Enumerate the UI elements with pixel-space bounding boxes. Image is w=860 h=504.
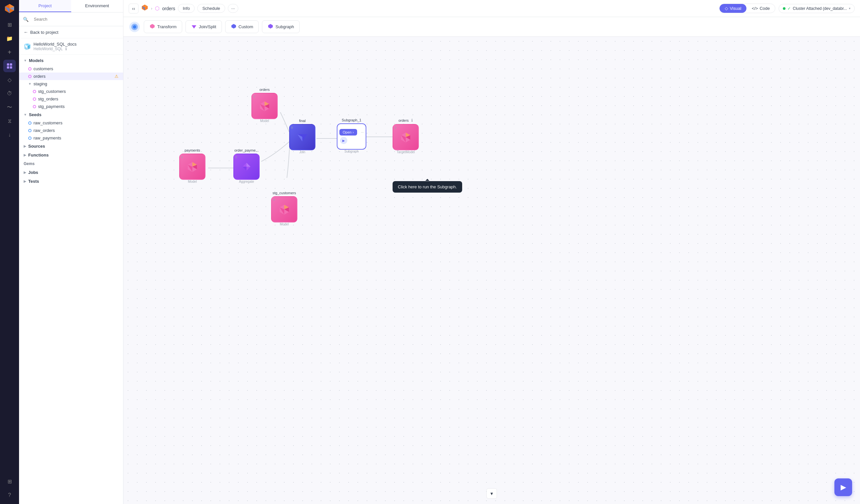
payments-node-box[interactable]: 0 bbox=[179, 154, 205, 180]
search-input[interactable] bbox=[30, 15, 119, 23]
orders-top-node-box[interactable]: 0 bbox=[252, 93, 278, 119]
payments-node-title: payments bbox=[185, 148, 200, 152]
orders-info-icon[interactable]: ℹ bbox=[411, 118, 413, 123]
breadcrumb-orders-label: orders bbox=[162, 6, 175, 11]
sidebar-grid-icon[interactable]: ⊞ bbox=[3, 475, 16, 488]
cluster-badge[interactable]: ✓ Cluster Attached (dev_databr... ▾ bbox=[778, 4, 855, 13]
tree-item-raw-payments[interactable]: raw_payments bbox=[19, 134, 123, 142]
subgraph-label: Subgraph bbox=[275, 24, 294, 29]
subgraph-open-button[interactable]: Open › bbox=[340, 129, 357, 135]
orders-target-badge: 0 bbox=[395, 126, 396, 129]
jobs-section-header[interactable]: ▶ Jobs bbox=[19, 168, 123, 177]
stg-customers-label: stg_customers bbox=[38, 89, 66, 94]
orders-label: orders bbox=[33, 74, 46, 79]
svg-rect-5 bbox=[10, 63, 12, 66]
transform-button[interactable]: Transform bbox=[144, 20, 182, 33]
subgraph1-node-box[interactable]: Open › ··· ▶ bbox=[337, 124, 366, 149]
raw-customers-label: raw_customers bbox=[33, 120, 62, 125]
view-toggle: ◇ Visual </> Code bbox=[719, 4, 775, 13]
visual-view-button[interactable]: ◇ Visual bbox=[719, 4, 746, 13]
seeds-section-header[interactable]: ▼ Seeds bbox=[19, 110, 123, 119]
transform-label: Transform bbox=[157, 24, 176, 29]
sources-label: Sources bbox=[28, 144, 45, 149]
svg-marker-14 bbox=[150, 24, 155, 29]
functions-label: Functions bbox=[28, 153, 48, 158]
back-to-project[interactable]: ← Back to project bbox=[19, 26, 123, 39]
visual-label: Visual bbox=[730, 6, 741, 11]
sources-section-header[interactable]: ▶ Sources bbox=[19, 142, 123, 150]
custom-label: Custom bbox=[239, 24, 254, 29]
seed-dot-icon bbox=[28, 136, 31, 140]
subgraph1-node[interactable]: Subgraph_1 Open › ··· ▶ Subgraph bbox=[337, 118, 366, 153]
run-icon: ▶ bbox=[841, 483, 846, 491]
info-circle-icon[interactable]: ℹ bbox=[65, 47, 67, 51]
custom-icon bbox=[231, 23, 236, 30]
sidebar-clock-icon[interactable]: ⏱ bbox=[3, 87, 16, 100]
info-button[interactable]: Info bbox=[178, 4, 195, 13]
final-node-box[interactable]: 0 bbox=[289, 124, 315, 150]
functions-chevron-icon: ▶ bbox=[24, 153, 26, 157]
sidebar-flow-icon[interactable]: ⧖ bbox=[3, 115, 16, 127]
models-section-header[interactable]: ▼ Models bbox=[19, 56, 123, 65]
cluster-status-icon bbox=[783, 7, 786, 10]
nav-back-button[interactable]: ‹‹ bbox=[129, 4, 139, 13]
orders-target-node[interactable]: orders ℹ 0 TargetModel bbox=[392, 118, 419, 154]
sidebar-download-icon[interactable]: ↓ bbox=[3, 129, 16, 141]
tree-item-raw-orders[interactable]: raw_orders bbox=[19, 127, 123, 134]
tab-project[interactable]: Project bbox=[19, 0, 71, 12]
sidebar-activity-icon[interactable]: 〜 bbox=[3, 101, 16, 114]
sidebar-home-icon[interactable]: ⊞ bbox=[3, 18, 16, 31]
left-panel: Project Environment 🔍 ← Back to project … bbox=[19, 0, 124, 504]
sidebar-add-icon[interactable]: + bbox=[3, 46, 16, 58]
tree-item-staging[interactable]: ▼ staging bbox=[19, 80, 123, 88]
subgraph-run-button[interactable]: ▶ bbox=[340, 137, 347, 144]
sidebar-folder-icon[interactable]: 📁 bbox=[3, 32, 16, 45]
search-bar: 🔍 bbox=[19, 13, 123, 26]
models-chevron-icon: ▼ bbox=[24, 59, 27, 62]
raw-payments-label: raw_payments bbox=[33, 135, 61, 141]
svg-point-13 bbox=[133, 25, 136, 29]
tree-item-customers[interactable]: customers bbox=[19, 65, 123, 73]
sidebar-tag-icon[interactable]: ◇ bbox=[3, 73, 16, 86]
tests-section-header[interactable]: ▶ Tests bbox=[19, 177, 123, 186]
code-icon: </> bbox=[752, 6, 758, 11]
sidebar-help-icon[interactable]: ? bbox=[3, 489, 16, 501]
tree-item-stg-payments[interactable]: stg_payments bbox=[19, 103, 123, 110]
gems-label: Gems bbox=[19, 159, 123, 168]
functions-section-header[interactable]: ▶ Functions bbox=[19, 150, 123, 159]
tree-item-stg-orders[interactable]: stg_orders bbox=[19, 95, 123, 103]
stg-customers-node-box[interactable]: 0 bbox=[271, 196, 297, 222]
nav-right: ◇ Visual </> Code ✓ Cluster Attached (de… bbox=[719, 4, 855, 13]
schedule-button[interactable]: Schedule bbox=[197, 4, 225, 13]
sidebar-graph-icon[interactable] bbox=[3, 60, 16, 72]
custom-button[interactable]: Custom bbox=[225, 20, 259, 33]
code-view-button[interactable]: </> Code bbox=[746, 4, 775, 13]
payments-sublabel: Model bbox=[188, 180, 197, 184]
top-nav: ‹‹ › ⬡ orders Info Schedule ··· ◇ Visual… bbox=[124, 0, 860, 17]
icon-sidebar: ⊞ 📁 + ◇ ⏱ 〜 ⧖ ↓ ⊞ ? bbox=[0, 0, 19, 504]
orders-top-node[interactable]: orders 0 Model bbox=[252, 88, 278, 123]
code-label: Code bbox=[760, 6, 770, 11]
tree-item-stg-customers[interactable]: stg_customers bbox=[19, 88, 123, 95]
run-button[interactable]: ▶ bbox=[834, 478, 852, 496]
breadcrumb-chevron-icon: › bbox=[151, 6, 152, 11]
payments-node[interactable]: payments 0 Model bbox=[179, 148, 205, 184]
final-node[interactable]: final 0 Join bbox=[289, 119, 315, 154]
subgraph-button[interactable]: Subgraph bbox=[262, 20, 299, 33]
customers-label: customers bbox=[33, 66, 53, 71]
join-split-button[interactable]: Join/Split bbox=[185, 20, 222, 33]
tree-item-orders[interactable]: orders ⚠ bbox=[19, 73, 123, 80]
subgraph-icon bbox=[268, 23, 273, 30]
tab-environment[interactable]: Environment bbox=[71, 0, 124, 12]
svg-marker-17 bbox=[268, 24, 273, 29]
tree-item-raw-customers[interactable]: raw_customers bbox=[19, 119, 123, 127]
order-payme-node-box[interactable]: 0 bbox=[233, 154, 260, 180]
expand-down-button[interactable]: ▼ bbox=[486, 488, 497, 499]
stg-customers-node[interactable]: stg_customers 0 Model bbox=[271, 191, 297, 226]
more-button[interactable]: ··· bbox=[228, 4, 239, 13]
project-sub: HelloWorld_SQL ℹ bbox=[33, 47, 76, 51]
orders-target-node-box[interactable]: 0 bbox=[392, 124, 419, 150]
order-payme-node[interactable]: order_payme... 0 Aggregate bbox=[233, 148, 260, 184]
subgraph-dots[interactable]: ··· bbox=[361, 131, 364, 134]
join-icon bbox=[191, 23, 197, 30]
